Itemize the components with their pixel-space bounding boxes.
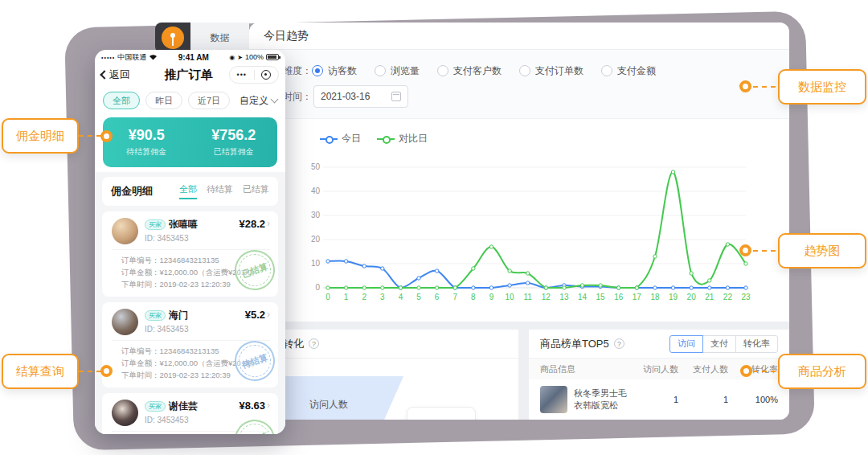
back-button[interactable]: 返回 [101,68,148,82]
callout-ring-marker [100,130,113,142]
trend-line-chart: 0102030405001234567891011121314151617181… [305,159,755,304]
clock-label: 9:41 AM [158,53,229,62]
svg-text:18: 18 [650,293,660,301]
more-menu-button[interactable]: ••• [230,71,254,79]
filter-pills-row: 全部 昨日 近7日 自定义 [95,87,285,114]
radio-pay-amount[interactable]: 支付金额 [601,64,656,78]
pill-all[interactable]: 全部 [103,92,140,109]
battery-icon [266,54,279,60]
signal-dots-icon: ••••• [101,55,115,60]
seg-btn-visits[interactable]: 访问 [669,335,703,353]
buyer-badge: 买家 [145,310,166,321]
svg-text:17: 17 [633,293,642,301]
close-target-button[interactable] [255,70,279,80]
radio-pay-customers[interactable]: 支付客户数 [437,64,502,78]
callout-connector [79,371,101,372]
legend-compare-day[interactable]: 对比日 [377,132,428,146]
commission-item[interactable]: 买家 海门 ID: 3453453 ¥5.2› 订单编号：12346843213… [102,302,278,387]
tab-pending[interactable]: 待结算 [207,183,233,199]
trend-card-title: 今日趋势 [249,23,789,50]
pending-commission: ¥90.5 待结算佣金 [103,117,190,167]
svg-text:16: 16 [614,293,624,301]
cell-pays: 1 [678,395,728,404]
top5-title: 商品榜单TOP5 [540,337,609,351]
calendar-icon [391,92,401,101]
svg-text:8: 8 [471,293,476,301]
commission-amount: ¥28.2› [239,218,270,244]
funnel-segment-visitors: 访问人数 [265,376,403,420]
radio-visitors[interactable]: 访客数 [312,64,357,78]
svg-text:6: 6 [435,293,440,301]
commission-item[interactable]: 买家 张嘻嘻 ID: 3453453 ¥28.2› 订单编号：123468432… [102,211,278,297]
battery-percent: 100% [245,53,264,61]
divider [112,340,270,341]
commission-list-header: 佣金明细 全部 待结算 已结算 [102,177,278,206]
svg-text:2: 2 [362,293,366,301]
callout-ring-marker [739,80,751,92]
tab-settled[interactable]: 已结算 [243,183,269,199]
phone-status-bar: ••••• 中国联通 9:41 AM ◉ ➤ 100% [95,50,285,63]
tab-all[interactable]: 全部 [179,183,197,199]
trend-filter-zone: 数据维度： 访客数 浏览量 支付客户数 支付订单数 支付金额 对比时间： 202… [249,50,789,119]
buyer-id: ID: 3453453 [145,416,239,424]
top5-metric-switcher: 访问 支付 转化率 [669,335,778,353]
buyer-id: ID: 3453453 [145,234,239,243]
marketing-screenshot-page: 今日趋势 数据维度： 访客数 浏览量 支付客户数 支付订单数 支付金额 对比时间… [0,0,868,455]
today-trend-card: 今日趋势 数据维度： 访客数 浏览量 支付客户数 支付订单数 支付金额 对比时间… [249,23,789,322]
svg-text:20: 20 [687,293,697,301]
compare-date-value: 2021-03-16 [321,91,391,102]
commission-item[interactable]: 买家 谢佳芸 ID: 3453453 ¥8.63› 订单编号：123468432… [102,393,278,434]
pay-conversion-card: 支付转化 ? 访问人数 [249,330,518,420]
seg-btn-rate[interactable]: 转化率 [735,335,778,353]
chevron-right-icon: › [267,400,270,411]
svg-text:23: 23 [741,293,751,301]
app-logo-icon [162,27,184,49]
pill-7days[interactable]: 近7日 [188,92,230,109]
miniprogram-capsule: ••• [229,66,279,84]
commission-amount: ¥5.2› [245,309,270,335]
svg-text:22: 22 [723,293,733,301]
avatar [112,309,138,335]
radio-icon [601,65,612,76]
page-title: 推广订单 [148,68,229,83]
svg-text:12: 12 [542,293,551,301]
buyer-name: 张嘻嘻 [169,218,198,232]
radio-pay-orders[interactable]: 支付订单数 [519,64,583,78]
radio-icon [375,65,386,76]
help-icon[interactable]: ? [309,338,319,349]
svg-text:21: 21 [705,293,714,301]
seg-btn-pays[interactable]: 支付 [702,335,736,353]
svg-text:10: 10 [506,293,515,301]
settled-label: 已结算佣金 [214,146,254,158]
svg-text:13: 13 [559,293,569,301]
callout-connector [753,250,776,252]
chevron-right-icon: › [267,309,270,320]
legend-line-icon [320,138,338,140]
wifi-icon [149,54,158,60]
phone-mockup: ••••• 中国联通 9:41 AM ◉ ➤ 100% 返回 推广订单 ••• [95,50,285,434]
pill-yesterday[interactable]: 昨日 [145,92,182,109]
callout-commission-detail: 佣金明细 [2,118,79,154]
custom-range-dropdown[interactable]: 自定义 [240,94,277,108]
funnel-label: 访问人数 [309,398,348,412]
location-icon: ➤ [237,54,243,61]
svg-text:1: 1 [344,293,349,301]
top5-table-row[interactable]: 秋冬季男士毛 衣韩版宽松 1 1 100% [529,379,789,420]
svg-text:30: 30 [311,211,321,219]
dashboard-panel: 今日趋势 数据维度： 访客数 浏览量 支付客户数 支付订单数 支付金额 对比时间… [249,23,789,420]
callout-connector [79,135,101,137]
cell-rate: 100% [728,395,778,404]
compare-date-input[interactable]: 2021-03-16 [313,85,408,108]
app-window-icon [155,23,190,53]
tab-data[interactable]: 数据 [190,23,249,53]
svg-text:9: 9 [489,293,494,301]
legend-today[interactable]: 今日 [320,132,361,146]
callout-product-analysis: 商品分析 [778,354,866,389]
radio-pageviews[interactable]: 浏览量 [375,64,420,78]
svg-text:14: 14 [578,293,588,301]
help-icon[interactable]: ? [614,338,624,349]
callout-ring-marker [740,365,752,377]
callout-ring-marker [739,244,751,256]
svg-text:5: 5 [416,293,421,301]
buyer-name: 海门 [169,309,188,322]
